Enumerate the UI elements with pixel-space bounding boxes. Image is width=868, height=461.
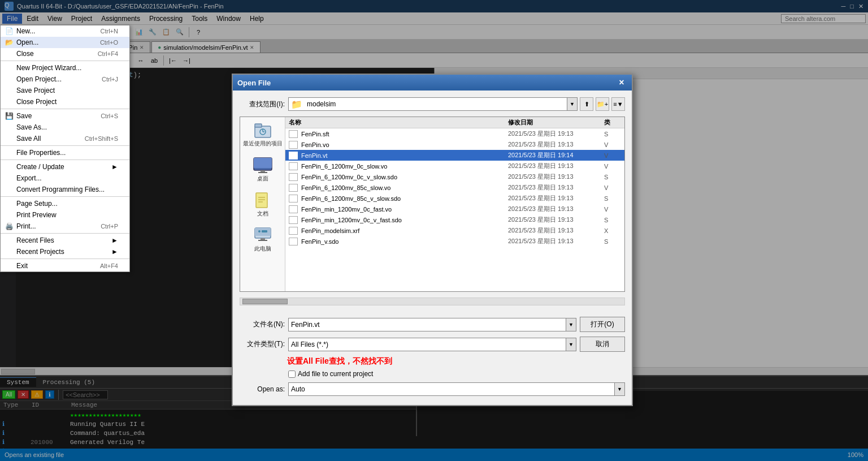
file-item-type: V: [604, 163, 621, 170]
view-menu-btn[interactable]: ≡▼: [611, 97, 625, 111]
open-as-dropdown-btn[interactable]: ▼: [614, 383, 624, 395]
open-as-combo[interactable]: ▼: [288, 382, 625, 396]
rp-label: Recent Projects: [16, 248, 64, 256]
svg-rect-1: [255, 124, 262, 127]
filename-combo[interactable]: ▼: [288, 318, 576, 331]
dialog-close-btn[interactable]: ×: [616, 77, 627, 88]
filetype-input[interactable]: [289, 339, 566, 350]
location-label: 查找范围(I):: [240, 100, 285, 109]
file-item-type: V: [604, 184, 621, 191]
menu-close[interactable]: Close Ctrl+F4: [1, 48, 129, 59]
folder-icon: 📁: [291, 99, 302, 110]
menu-new[interactable]: 📄 New... Ctrl+N: [1, 25, 129, 37]
menu-export[interactable]: Export...: [1, 173, 129, 184]
file-item-type: V: [604, 152, 621, 159]
svg-rect-18: [262, 230, 267, 232]
cu-label: Create / Update: [16, 163, 64, 171]
file-item[interactable]: FenPin.sft 2021/5/23 星期日 19:13 S: [285, 128, 624, 139]
filetype-combo[interactable]: ▼: [288, 338, 576, 351]
file-list-header: 名称 修改日期 类: [285, 117, 624, 128]
computer-icon: [253, 227, 273, 244]
menu-open[interactable]: 📂 Open... Ctrl+O: [1, 37, 129, 48]
file-item-name: FenPin_6_1200mv_0c_slow.vo: [301, 163, 508, 170]
location-combo[interactable]: 📁 ▼: [288, 97, 578, 111]
filename-input[interactable]: [289, 320, 566, 330]
create-folder-btn[interactable]: 📁+: [596, 97, 609, 111]
save-label: Save: [16, 112, 32, 120]
file-item-date: 2021/5/23 星期日 19:13: [508, 194, 604, 203]
nav-up-btn[interactable]: ⬆: [580, 97, 593, 111]
file-item-date: 2021/5/23 星期日 19:14: [508, 151, 604, 160]
filetype-dropdown-btn[interactable]: ▼: [566, 338, 576, 351]
file-item[interactable]: FenPin.vo 2021/5/23 星期日 19:13 V: [285, 139, 624, 150]
menu-close-project[interactable]: Close Project: [1, 96, 129, 107]
menu-convert-programming[interactable]: Convert Programming Files...: [1, 184, 129, 195]
menu-recent-projects[interactable]: Recent Projects ►: [1, 246, 129, 257]
save-shortcut: Ctrl+S: [101, 113, 118, 119]
file-item[interactable]: FenPin_6_1200mv_85c_v_slow.sdo 2021/5/23…: [285, 193, 624, 204]
exp-label: Export...: [16, 174, 42, 182]
filename-dropdown-btn[interactable]: ▼: [566, 318, 576, 331]
file-item[interactable]: FenPin_modelsim.xrf 2021/5/23 星期日 19:13 …: [285, 225, 624, 236]
file-item-date: 2021/5/23 星期日 19:13: [508, 216, 604, 224]
menu-new-project-wizard[interactable]: New Project Wizard...: [1, 62, 129, 74]
separator-2: [1, 109, 129, 109]
file-item[interactable]: FenPin_6_1200mv_85c_slow.vo 2021/5/23 星期…: [285, 182, 624, 193]
cpf-label: Convert Programming Files...: [16, 186, 105, 193]
file-item[interactable]: FenPin.vt 2021/5/23 星期日 19:14 V: [285, 150, 624, 161]
file-item-icon: [289, 216, 298, 224]
menu-print[interactable]: 🖨️ Print... Ctrl+P: [1, 221, 129, 232]
file-item-icon: [289, 195, 298, 203]
file-item-name: FenPin_6_1200mv_85c_slow.vo: [301, 184, 508, 191]
menu-page-setup[interactable]: Page Setup...: [1, 198, 129, 209]
cu-arrow: ►: [111, 163, 118, 171]
cancel-btn[interactable]: 取消: [580, 337, 625, 352]
menu-file-properties[interactable]: File Properties...: [1, 147, 129, 158]
menu-print-preview[interactable]: Print Preview: [1, 209, 129, 221]
location-dropdown-btn[interactable]: ▼: [567, 98, 577, 110]
file-item[interactable]: FenPin_v.sdo 2021/5/23 星期日 19:13 S: [285, 236, 624, 247]
menu-save-as[interactable]: Save As...: [1, 122, 129, 133]
sa-label: Save As...: [16, 123, 47, 131]
shortcut-desktop[interactable]: 桌面: [253, 157, 273, 183]
location-row: 查找范围(I): 📁 ▼ ⬆ 📁+ ≡▼: [240, 97, 625, 111]
location-input[interactable]: [305, 99, 567, 109]
rf-arrow: ►: [111, 236, 118, 244]
file-item[interactable]: FenPin_min_1200mv_0c_fast.vo 2021/5/23 星…: [285, 204, 624, 214]
shortcut-recent[interactable]: 最近使用的项目: [243, 122, 283, 148]
file-item[interactable]: FenPin_min_1200mv_0c_v_fast.sdo 2021/5/2…: [285, 214, 624, 225]
shortcut-docs[interactable]: 文档: [253, 192, 273, 218]
add-file-checkbox[interactable]: [288, 370, 296, 378]
menu-save-all[interactable]: Save All Ctrl+Shift+S: [1, 133, 129, 144]
open-as-input[interactable]: [289, 384, 614, 394]
dialog-h-scrollbar[interactable]: [240, 298, 625, 305]
menu-open-project[interactable]: Open Project... Ctrl+J: [1, 74, 129, 85]
shortcut-computer[interactable]: 此电脑: [253, 227, 273, 253]
open-btn[interactable]: 打开(O): [580, 317, 625, 332]
menu-save[interactable]: 💾 Save Ctrl+S: [1, 110, 129, 122]
file-item[interactable]: FenPin_6_1200mv_0c_slow.vo 2021/5/23 星期日…: [285, 161, 624, 171]
filename-label: 文件名(N):: [240, 320, 285, 329]
add-file-row: Add file to current project: [288, 370, 625, 378]
dialog-scrollbar-thumb[interactable]: [242, 299, 288, 304]
cp-label: Close Project: [16, 98, 57, 106]
file-item-type: S: [604, 195, 621, 202]
file-item-icon: [289, 173, 298, 181]
file-shortcuts: 最近使用的项目 桌面: [240, 117, 285, 291]
file-item[interactable]: FenPin_6_1200mv_0c_v_slow.sdo 2021/5/23 …: [285, 171, 624, 182]
separator-4: [1, 160, 129, 160]
file-item-date: 2021/5/23 星期日 19:13: [508, 173, 604, 181]
file-item-name: FenPin_v.sdo: [301, 238, 508, 245]
col-type-header: 类: [604, 118, 621, 127]
open-as-label: Open as:: [240, 385, 285, 393]
menu-save-project[interactable]: Save Project: [1, 85, 129, 96]
annotation-row: 设置All File查找，不然找不到: [240, 356, 625, 367]
file-item-type: V: [604, 141, 621, 148]
location-path: 📁 ▼ ⬆ 📁+ ≡▼: [288, 97, 625, 111]
menu-create-update[interactable]: Create / Update ►: [1, 161, 129, 173]
recent-label: 最近使用的项目: [243, 140, 283, 148]
svg-rect-9: [256, 193, 267, 208]
menu-exit[interactable]: Exit Alt+F4: [1, 260, 129, 272]
menu-recent-files[interactable]: Recent Files ►: [1, 235, 129, 246]
file-item-name: FenPin_6_1200mv_85c_v_slow.sdo: [301, 195, 508, 202]
